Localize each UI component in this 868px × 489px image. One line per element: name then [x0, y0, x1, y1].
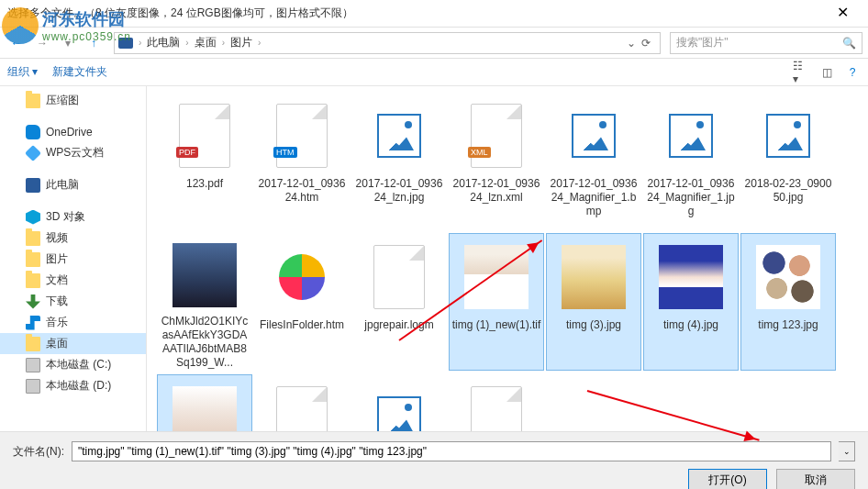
file-item[interactable]: 都是.pjt [254, 374, 350, 431]
file-item[interactable]: jpgrepair.logm [351, 233, 447, 371]
close-button[interactable]: ✕ [824, 1, 861, 27]
file-item[interactable]: timg (3).jpg [546, 233, 641, 371]
file-thumbnail [264, 239, 339, 315]
file-label: 2017-12-01_093624_Magnifier_1.jpg [644, 177, 738, 218]
file-label: 2017-12-01_093624_lzn.jpg [352, 177, 446, 205]
file-thumbnail: PDF [167, 98, 242, 173]
file-thumbnail [167, 239, 242, 311]
folder-icon [26, 273, 40, 288]
file-thumbnail [751, 98, 826, 173]
file-thumbnail [556, 239, 631, 315]
obj-icon [26, 210, 40, 225]
file-item[interactable]: timg (1)_new(1).tif [449, 233, 544, 371]
sidebar-item-label: 此电脑 [46, 177, 79, 193]
file-thumbnail [362, 239, 437, 315]
file-thumbnail [751, 239, 826, 315]
search-input[interactable]: 搜索"图片" 🔍 [670, 32, 862, 54]
sidebar-item[interactable]: 下载 [0, 291, 146, 312]
sidebar-item[interactable]: 压缩图 [0, 90, 146, 111]
file-item[interactable]: timg 123.jpg [740, 233, 836, 371]
sidebar-item[interactable]: 桌面 [0, 333, 146, 354]
sidebar-item[interactable]: 图片 [0, 249, 146, 270]
open-button[interactable]: 打开(O) [688, 469, 767, 489]
preview-pane-button[interactable]: ◫ [818, 64, 835, 81]
file-item[interactable]: FilesInFolder.htm [254, 233, 350, 371]
sidebar-item[interactable]: 3D 对象 [0, 206, 146, 228]
chevron-right-icon: › [220, 38, 227, 48]
file-thumbnail [362, 381, 437, 431]
sidebar-item[interactable]: WPS云文档 [0, 142, 146, 163]
file-thumbnail [459, 381, 534, 431]
breadcrumb-seg-pc[interactable]: 此电脑 [143, 35, 184, 50]
file-label: timg (3).jpg [564, 318, 623, 332]
file-item[interactable]: timg.jpg [157, 374, 252, 431]
folder-icon [26, 94, 40, 108]
file-item[interactable]: XML2017-12-01_093624_lzn.xml [449, 92, 544, 229]
nav-recent-dropdown[interactable]: ▾ [57, 32, 79, 54]
file-label: ChMkJld2O1KIYcasAAfEkkY3GDAAATIlAJ6btMAB… [158, 315, 251, 370]
chevron-right-icon: › [137, 38, 143, 48]
file-label: FilesInFolder.htm [258, 318, 346, 332]
file-grid[interactable]: PDF123.pdfHTM2017-12-01_093624.htm2017-1… [147, 86, 868, 431]
file-thumbnail [653, 98, 729, 173]
footer: 文件名(N): ⌄ 打开(O) 取消 [0, 431, 868, 489]
file-thumbnail [362, 98, 437, 173]
sidebar-item-label: WPS云文档 [46, 145, 104, 161]
file-item[interactable]: 2017-12-01_093624_lzn.jpg [351, 92, 447, 229]
cancel-button[interactable]: 取消 [776, 469, 855, 489]
new-folder-button[interactable]: 新建文件夹 [52, 64, 107, 80]
sidebar-item-label: 3D 对象 [46, 209, 85, 225]
nav-up-button[interactable]: ↑ [83, 32, 105, 54]
file-item[interactable]: ChMkJld2O1KIYcasAAfEkkY3GDAAATIlAJ6btMAB… [157, 233, 252, 371]
file-label: 2017-12-01_093624.htm [255, 177, 349, 205]
chevron-down-icon[interactable]: ⌄ [627, 37, 636, 50]
sidebar-item-label: 图片 [46, 251, 68, 267]
view-mode-button[interactable]: ☷ ▾ [793, 64, 809, 81]
sidebar-item-label: 音乐 [46, 315, 68, 330]
pc-icon [26, 178, 40, 193]
sidebar-item[interactable]: 本地磁盘 (D:) [0, 375, 146, 396]
file-item[interactable]: 2018-02-23_090050.jpg [740, 92, 836, 229]
file-thumbnail [167, 381, 242, 431]
file-thumbnail: HTM [264, 98, 339, 173]
filename-input[interactable] [72, 441, 831, 461]
folder-icon [26, 337, 40, 351]
search-icon[interactable]: 🔍 [842, 37, 856, 50]
sidebar-item-label: OneDrive [46, 126, 93, 139]
nav-forward-button[interactable]: → [31, 32, 53, 54]
sidebar-item[interactable]: 文档 [0, 270, 146, 291]
file-item[interactable]: 证件照001.jpg [351, 374, 447, 431]
file-label: 123.pdf [184, 177, 225, 191]
filename-dropdown[interactable]: ⌄ [839, 441, 855, 461]
wps-icon [25, 144, 41, 161]
sidebar-item[interactable]: 音乐 [0, 312, 146, 333]
file-label: timg (1)_new(1).tif [451, 318, 543, 332]
toolbar: 组织 ▾ 新建文件夹 ☷ ▾ ◫ ? [0, 59, 868, 86]
file-item[interactable]: 证件照001.tga [449, 374, 544, 431]
breadcrumb[interactable]: › 此电脑 › 桌面 › 图片 › ⌄⟳ [114, 32, 661, 54]
chevron-right-icon: › [184, 38, 190, 48]
file-item[interactable]: timg (4).jpg [643, 233, 739, 371]
organize-menu[interactable]: 组织 ▾ [7, 64, 38, 80]
file-thumbnail [556, 98, 631, 173]
help-button[interactable]: ? [844, 64, 861, 81]
sidebar-item[interactable]: OneDrive [0, 122, 146, 142]
sidebar-item[interactable]: 本地磁盘 (C:) [0, 354, 146, 375]
nav-back-button[interactable]: ← [6, 32, 28, 54]
nav-tree[interactable]: 压缩图OneDriveWPS云文档此电脑3D 对象视频图片文档下载音乐桌面本地磁… [0, 86, 147, 431]
sidebar-item[interactable]: 此电脑 [0, 174, 146, 195]
file-item[interactable]: PDF123.pdf [157, 92, 252, 229]
folder-icon [26, 252, 40, 267]
pc-icon [118, 38, 133, 49]
main-area: 压缩图OneDriveWPS云文档此电脑3D 对象视频图片文档下载音乐桌面本地磁… [0, 86, 868, 431]
file-item[interactable]: 2017-12-01_093624_Magnifier_1.bmp [546, 92, 641, 229]
down-icon [26, 295, 40, 309]
sidebar-item[interactable]: 视频 [0, 228, 146, 249]
refresh-icon[interactable]: ⟳ [641, 37, 651, 50]
file-item[interactable]: 2017-12-01_093624_Magnifier_1.jpg [643, 92, 739, 229]
file-item[interactable]: HTM2017-12-01_093624.htm [254, 92, 350, 229]
breadcrumb-seg-pictures[interactable]: 图片 [227, 35, 256, 50]
window-title: 选择多个文件。（8 位灰度图像，24 位RGB图像均可，图片格式不限） [7, 6, 824, 21]
breadcrumb-seg-desktop[interactable]: 桌面 [191, 35, 220, 50]
search-placeholder: 搜索"图片" [676, 35, 729, 50]
